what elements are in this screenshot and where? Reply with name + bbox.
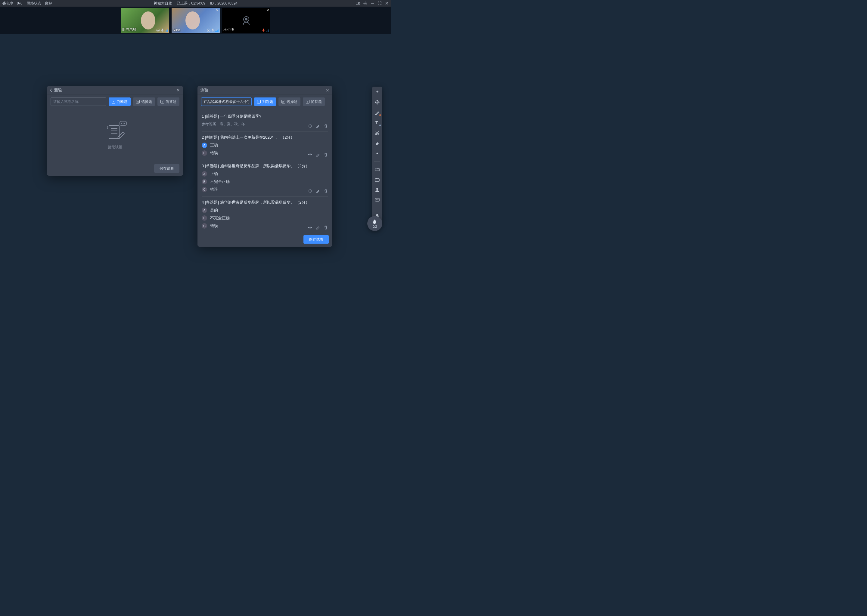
- svg-point-7: [186, 11, 200, 30]
- option-text: 错误: [210, 150, 218, 156]
- camera-toggle-icon[interactable]: [356, 1, 360, 5]
- question-item: 2 [判断题] 我国宪法上一次更新是在2020年。 （2分）A正确B错误: [202, 132, 328, 160]
- svg-point-21: [125, 123, 125, 124]
- hand-count: 0/2: [373, 225, 377, 228]
- question-item: 1 [简答题] 一年四季分别是哪四季?参考答案：春、夏、秋、冬: [202, 111, 328, 132]
- question-title: 1 [简答题] 一年四季分别是哪四季?: [202, 114, 328, 119]
- volume-bars-icon: [165, 30, 168, 32]
- option-text: 错误: [210, 223, 218, 229]
- settings-icon[interactable]: [363, 1, 367, 5]
- svg-text:T: T: [375, 120, 378, 125]
- eraser-tool-icon[interactable]: [374, 140, 380, 146]
- question-list[interactable]: 1 [简答题] 一年四季分别是哪四季?参考答案：春、夏、秋、冬2 [判断题] 我…: [197, 109, 333, 232]
- back-icon[interactable]: [50, 88, 52, 92]
- class-duration: 已上课：02:34:09: [177, 1, 205, 6]
- option-badge: A: [202, 171, 207, 176]
- move-tool-icon[interactable]: [374, 99, 380, 105]
- save-quiz-button[interactable]: 保存试卷: [303, 235, 329, 244]
- svg-point-30: [377, 200, 377, 200]
- delete-question-icon[interactable]: [323, 225, 328, 230]
- question-option[interactable]: B不完全正确: [202, 215, 328, 221]
- course-title: 神秘大自然: [154, 1, 172, 6]
- maximize-icon[interactable]: [377, 1, 382, 5]
- option-text: 正确: [210, 143, 218, 148]
- tile-close-icon[interactable]: ✕: [266, 8, 269, 13]
- tile-close-icon[interactable]: ✕: [216, 8, 219, 13]
- option-badge: B: [202, 150, 207, 156]
- empty-state: 暂无试题: [47, 109, 183, 161]
- option-text: 错误: [210, 187, 218, 192]
- move-question-icon[interactable]: [308, 152, 312, 157]
- move-question-icon[interactable]: [308, 225, 312, 230]
- minimize-icon[interactable]: [370, 1, 375, 5]
- toolbox-tool-icon[interactable]: [374, 176, 380, 182]
- save-quiz-button[interactable]: 保存试卷: [154, 164, 180, 173]
- add-choice-button[interactable]: ◎选择题: [133, 97, 155, 106]
- question-item: 3 [单选题] 施华洛世奇是反华品牌，所以梁鼎琪反华。 （2分）A正确B不完全正…: [202, 160, 328, 197]
- svg-point-9: [208, 30, 209, 31]
- video-tile[interactable]: ✕Nina: [172, 8, 220, 33]
- mic-icon: [262, 28, 265, 32]
- raise-hand-button[interactable]: 0/2: [367, 216, 382, 231]
- quiz-name-input[interactable]: [201, 97, 252, 106]
- edit-question-icon[interactable]: [315, 225, 320, 230]
- participant-name: Nina: [173, 28, 180, 32]
- volume-bars-icon: [266, 30, 269, 32]
- question-title: 4 [多选题] 施华洛世奇是反华品牌，所以梁鼎琪反华。 （2分）: [202, 200, 328, 205]
- participant-name: 王小明: [223, 27, 234, 32]
- option-badge: B: [202, 215, 207, 221]
- mic-icon: [212, 28, 214, 32]
- add-judge-button[interactable]: ✓判断题: [254, 97, 276, 106]
- svg-point-5: [158, 30, 159, 31]
- cursor-tool-icon[interactable]: [374, 89, 380, 95]
- top-bar: 丢包率：0% 网络状态：良好 神秘大自然 已上课：02:34:09 ID：202…: [0, 0, 391, 6]
- close-window-icon[interactable]: [385, 1, 389, 5]
- close-icon[interactable]: ✕: [326, 88, 329, 93]
- user-tool-icon[interactable]: [374, 187, 380, 193]
- option-badge: B: [202, 179, 207, 184]
- quiz-panel-empty: 测验 ✕ ✓判断题 ◎选择题 T简答题 暂无试题 保存试卷: [47, 86, 183, 176]
- svg-point-29: [376, 200, 377, 200]
- right-toolbar: T: [372, 86, 382, 222]
- laser-tool-icon[interactable]: [374, 150, 380, 156]
- scissors-tool-icon[interactable]: [374, 130, 380, 136]
- add-choice-button[interactable]: ◎选择题: [279, 97, 300, 106]
- record-icon: [156, 28, 160, 32]
- svg-point-19: [121, 123, 122, 124]
- question-option[interactable]: A正确: [202, 171, 328, 176]
- question-option[interactable]: A正确: [202, 143, 328, 148]
- delete-question-icon[interactable]: [323, 189, 328, 193]
- add-short-button[interactable]: T简答题: [303, 97, 325, 106]
- move-question-icon[interactable]: [308, 124, 312, 129]
- quiz-name-input[interactable]: [50, 97, 106, 106]
- question-option[interactable]: A是的: [202, 207, 328, 213]
- add-judge-button[interactable]: ✓判断题: [109, 97, 131, 106]
- volume-bars-icon: [215, 30, 219, 32]
- folder-tool-icon[interactable]: [374, 167, 380, 172]
- delete-question-icon[interactable]: [323, 152, 328, 157]
- record-icon: [207, 28, 210, 32]
- svg-point-1: [364, 3, 366, 4]
- text-tool-icon[interactable]: T: [374, 120, 380, 126]
- video-tile[interactable]: ✕王小明: [222, 8, 270, 33]
- svg-point-25: [377, 153, 378, 154]
- svg-rect-6: [162, 28, 163, 31]
- move-question-icon[interactable]: [308, 189, 312, 193]
- option-text: 是的: [210, 207, 218, 213]
- option-text: 正确: [210, 171, 218, 176]
- svg-point-20: [123, 123, 123, 124]
- option-badge: A: [202, 143, 207, 148]
- chat-tool-icon[interactable]: [374, 197, 380, 203]
- edit-question-icon[interactable]: [315, 189, 320, 193]
- video-tile[interactable]: 叮当老师: [121, 8, 169, 33]
- quiz-panel-filled: 测验 ✕ ✓判断题 ◎选择题 T简答题 1 [简答题] 一年四季分别是哪四季?参…: [197, 86, 333, 247]
- edit-question-icon[interactable]: [315, 124, 320, 129]
- close-icon[interactable]: ✕: [177, 88, 180, 93]
- participant-name: 叮当老师: [122, 27, 137, 32]
- add-short-button[interactable]: T简答题: [158, 97, 180, 106]
- pen-tool-icon[interactable]: [374, 110, 380, 115]
- edit-question-icon[interactable]: [315, 152, 320, 157]
- delete-question-icon[interactable]: [323, 124, 328, 129]
- question-option[interactable]: B不完全正确: [202, 179, 328, 184]
- svg-rect-14: [109, 126, 119, 139]
